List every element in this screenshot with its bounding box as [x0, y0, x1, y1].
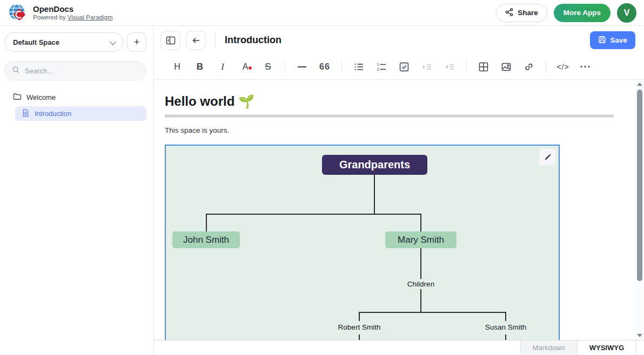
tree-item-label: Introduction: [35, 110, 71, 118]
search-input[interactable]: [25, 67, 139, 75]
edit-diagram-button[interactable]: [539, 149, 555, 165]
image-icon[interactable]: [495, 62, 518, 72]
toggle-sidebar-button[interactable]: [160, 31, 180, 50]
page-title: Introduction: [225, 35, 281, 46]
space-selector-value: Default Space: [13, 38, 59, 46]
save-icon: [598, 36, 606, 45]
connector-line: [206, 214, 207, 231]
tab-wysiwyg[interactable]: WYSIWYG: [577, 340, 636, 355]
heading-rule: [165, 115, 614, 117]
sidebar-item-welcome[interactable]: Welcome: [4, 90, 146, 105]
editor-mode-bar: Markdown WYSIWYG: [154, 340, 644, 355]
table-icon[interactable]: [472, 62, 495, 72]
scroll-up-icon[interactable]: [635, 80, 644, 88]
editor-area[interactable]: Hello world 🌱 This space is yours. Grand…: [154, 80, 644, 340]
strikethrough-icon[interactable]: S: [257, 62, 279, 72]
diagram-label-children: Children: [397, 280, 445, 288]
more-apps-button[interactable]: More Apps: [554, 4, 611, 22]
document-paragraph: This space is yours.: [165, 126, 614, 134]
more-options-icon[interactable]: ···: [574, 62, 597, 73]
divider: [466, 60, 467, 73]
save-button[interactable]: Save: [590, 31, 635, 49]
heading-icon[interactable]: H: [166, 62, 189, 72]
folder-icon: [13, 92, 22, 103]
connector-line: [374, 175, 375, 214]
vertical-scrollbar[interactable]: [635, 80, 644, 340]
app-header: OpenDocs Powered by Visual Paradigm Shar…: [0, 0, 644, 26]
connector-line: [505, 312, 506, 321]
blockquote-icon[interactable]: 66: [313, 62, 336, 72]
main-panel: Introduction Save H B I A S 66: [154, 26, 644, 355]
outdent-icon: [438, 62, 461, 72]
visual-paradigm-link[interactable]: Visual Paradigm: [68, 14, 113, 21]
search-icon: [12, 66, 20, 76]
numbered-list-icon[interactable]: 1 2: [370, 62, 393, 72]
link-icon[interactable]: [518, 62, 540, 72]
diagram-label-susan: Susan Smith: [473, 323, 538, 331]
task-list-icon[interactable]: [393, 62, 415, 72]
connector-line: [420, 248, 421, 279]
code-block-icon[interactable]: </>: [552, 63, 574, 71]
connector-line: [206, 214, 421, 215]
scroll-down-icon[interactable]: [635, 331, 644, 340]
formatting-toolbar: H B I A S 66 1 2: [154, 54, 644, 80]
connector-line: [359, 312, 506, 313]
document-heading: Hello world 🌱: [165, 94, 614, 109]
divider: [285, 60, 285, 73]
share-icon: [505, 8, 513, 18]
document-tree: Welcome Introduction: [4, 90, 146, 121]
editor-content[interactable]: Hello world 🌱 This space is yours. Grand…: [154, 80, 635, 340]
app-name: OpenDocs: [33, 4, 112, 13]
connector-line: [420, 289, 421, 312]
italic-icon[interactable]: I: [211, 62, 234, 72]
app-titles: OpenDocs Powered by Visual Paradigm: [33, 4, 112, 21]
indent-icon: [415, 62, 438, 72]
scrollbar-thumb[interactable]: [637, 90, 642, 281]
divider: [215, 33, 216, 47]
space-selector[interactable]: Default Space: [4, 32, 123, 52]
diagram-node-grandparents[interactable]: Grandparents: [322, 155, 427, 175]
document-header: Introduction Save: [154, 26, 644, 54]
diagram-node-john[interactable]: John Smith: [172, 231, 240, 248]
diagram-label-robert: Robert Smith: [327, 323, 392, 331]
add-space-button[interactable]: +: [127, 32, 146, 52]
svg-text:2: 2: [377, 67, 379, 72]
share-button[interactable]: Share: [496, 4, 547, 22]
document-icon: [22, 109, 30, 119]
divider: [341, 60, 342, 73]
tree-item-label: Welcome: [26, 93, 56, 101]
connector-line: [420, 214, 421, 231]
connector-line: [505, 334, 506, 340]
family-tree-diagram[interactable]: Grandparents John Smith Mary Smith Child…: [165, 145, 560, 340]
sidebar: Default Space + Welcome: [0, 26, 154, 355]
header-actions: Share More Apps V: [496, 3, 636, 23]
connector-line: [359, 312, 360, 321]
font-color-icon[interactable]: A: [234, 62, 257, 72]
divider: [546, 60, 546, 73]
tab-markdown[interactable]: Markdown: [520, 340, 578, 355]
search-box[interactable]: [4, 61, 146, 80]
svg-text:1: 1: [377, 62, 379, 67]
powered-by: Powered by Visual Paradigm: [33, 14, 112, 21]
bullet-list-icon[interactable]: [347, 62, 370, 72]
connector-line: [359, 334, 360, 340]
chevron-down-icon: [110, 38, 117, 45]
opendocs-logo-icon: [8, 3, 28, 23]
user-avatar[interactable]: V: [617, 3, 636, 23]
back-button[interactable]: [186, 31, 206, 50]
sidebar-item-introduction[interactable]: Introduction: [15, 106, 146, 121]
diagram-node-mary[interactable]: Mary Smith: [385, 231, 457, 248]
bold-icon[interactable]: B: [189, 62, 211, 72]
horizontal-rule-icon[interactable]: [291, 66, 313, 67]
color-dot: [249, 66, 252, 70]
